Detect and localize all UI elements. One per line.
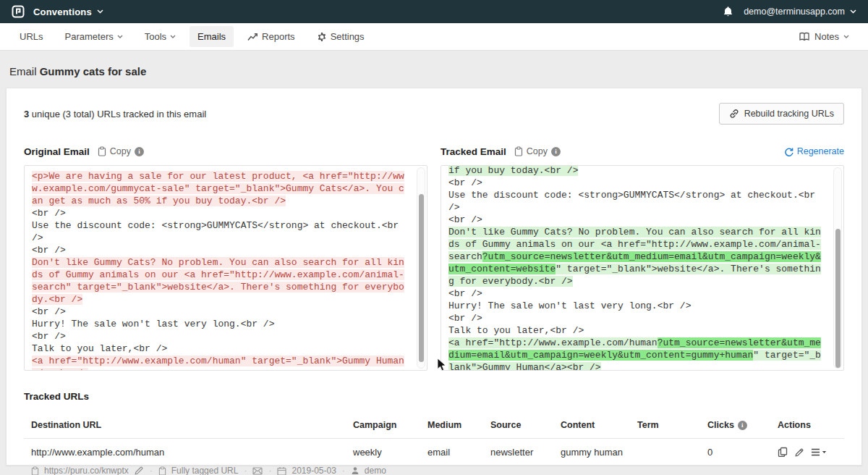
workspace-switcher[interactable]: Conventions — [33, 7, 92, 17]
col-term: Term — [637, 420, 707, 430]
chevron-down-icon — [170, 35, 176, 38]
url-count-summary: 3 unique (3 total) URLs tracked in this … — [24, 109, 206, 119]
clipboard-icon[interactable] — [31, 466, 39, 475]
scrollbar[interactable] — [833, 167, 842, 369]
tag-status: Fully tagged URL — [171, 466, 239, 475]
tracked-urls-table: Destination URL Campaign Medium Source C… — [24, 413, 844, 475]
app-logo-icon[interactable] — [12, 5, 25, 18]
calendar-icon — [277, 466, 286, 475]
col-destination-url: Destination URL — [31, 420, 353, 430]
tracked-email-title: Tracked Email — [441, 146, 506, 157]
account-menu[interactable]: demo@terminusapp.com — [744, 7, 845, 17]
nav-item-tools[interactable]: Tools — [137, 26, 184, 47]
edit-pencil-icon[interactable] — [134, 466, 144, 475]
col-clicks: Clicksi — [707, 420, 778, 430]
separator-dot: · — [149, 466, 153, 475]
chevron-down-icon[interactable] — [97, 9, 103, 14]
campaign-value: weekly — [353, 447, 427, 458]
nav-item-parameters[interactable]: Parameters — [57, 26, 131, 47]
tracked-urls-title: Tracked URLs — [24, 391, 844, 402]
original-email-title: Original Email — [24, 146, 90, 157]
original-email-html: <p>We are having a sale for our latest p… — [32, 170, 408, 371]
table-row: http://www.example.com/human weekly emai… — [24, 438, 844, 475]
edit-pencil-icon[interactable] — [794, 447, 804, 458]
person-icon — [351, 466, 359, 475]
table-header-row: Destination URL Campaign Medium Source C… — [24, 413, 844, 438]
col-content: Content — [561, 420, 637, 430]
url-meta-row: https://puru.co/knwptx · Fully tagged UR… — [31, 466, 844, 475]
clipboard-icon — [98, 146, 106, 156]
info-icon: i — [551, 147, 561, 156]
medium-value: email — [427, 447, 490, 458]
chevron-down-icon[interactable] — [850, 9, 856, 14]
tracked-email-html: if you buy today.<br /> <br /> Use the d… — [448, 165, 825, 371]
separator-dot: · — [268, 466, 272, 475]
nav-item-urls[interactable]: URLs — [12, 26, 51, 47]
refresh-icon — [784, 147, 793, 156]
chevron-down-icon — [843, 35, 849, 38]
row-menu-icon[interactable] — [811, 448, 827, 456]
nav-item-reports[interactable]: Reports — [239, 26, 303, 47]
separator-dot: · — [341, 466, 346, 475]
book-icon — [799, 32, 810, 41]
topbar: Conventions demo@terminusapp.com — [0, 0, 868, 23]
page-title: Email Gummy cats for sale — [9, 65, 868, 77]
line-chart-icon — [247, 33, 258, 41]
envelope-icon[interactable] — [252, 467, 263, 475]
copy-original-button[interactable]: Copy i — [98, 146, 144, 156]
col-source: Source — [490, 420, 561, 430]
nav-item-settings[interactable]: Settings — [309, 26, 373, 47]
clipboard-icon[interactable] — [158, 466, 166, 475]
col-campaign: Campaign — [353, 420, 427, 430]
scrollbar-thumb[interactable] — [835, 229, 841, 368]
notifications-bell-icon[interactable] — [723, 6, 733, 17]
nav-item-emails[interactable]: Emails — [190, 26, 234, 47]
destination-url[interactable]: http://www.example.com/human — [31, 447, 353, 458]
info-icon: i — [738, 421, 747, 430]
tracked-email-code: if you buy today.<br /> <br /> Use the d… — [441, 165, 844, 371]
email-card: 3 unique (3 total) URLs tracked in this … — [6, 88, 862, 466]
content-value: gummy human — [561, 447, 637, 458]
link-icon — [729, 109, 739, 119]
created-date: 2019-05-03 — [292, 466, 336, 475]
separator-dot: · — [243, 466, 247, 475]
regenerate-button[interactable]: Regenerate — [784, 146, 844, 156]
rebuild-tracking-urls-button[interactable]: Rebuild tracking URLs — [719, 103, 844, 125]
notes-menu[interactable]: Notes — [799, 31, 856, 42]
duplicate-icon[interactable] — [778, 447, 788, 458]
col-medium: Medium — [427, 420, 490, 430]
gear-icon — [317, 32, 327, 42]
owner-name: demo — [365, 466, 386, 475]
scrollbar-thumb[interactable] — [419, 194, 424, 362]
main-nav: URLs Parameters Tools Emails Reports Set… — [0, 23, 868, 51]
col-actions: Actions — [778, 420, 844, 430]
chevron-down-icon — [117, 35, 123, 38]
original-email-code: <p>We are having a sale for our latest p… — [24, 165, 427, 371]
copy-tracked-button[interactable]: Copy i — [514, 146, 561, 156]
scrollbar[interactable] — [417, 167, 425, 369]
clicks-value: 0 — [707, 447, 778, 458]
short-url[interactable]: https://puru.co/knwptx — [44, 466, 129, 475]
info-icon: i — [135, 147, 144, 156]
clipboard-icon — [514, 146, 523, 156]
source-value: newsletter — [490, 447, 561, 458]
